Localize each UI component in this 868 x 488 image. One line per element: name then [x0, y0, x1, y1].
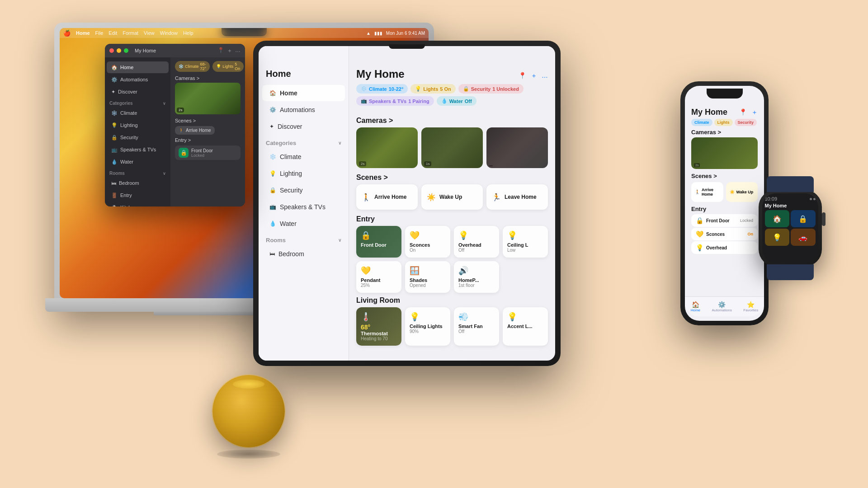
ipad-sidebar-bedroom[interactable]: 🛏 Bedroom — [262, 246, 345, 262]
ipad-sidebar-lighting[interactable]: 💡 Lighting — [262, 165, 345, 182]
climate-chip[interactable]: ❄️ Climate 68-72° — [175, 61, 210, 72]
ipad-thermostat[interactable]: 🌡️ 68° Thermostat Heating to 70 — [356, 307, 401, 346]
ipad-sconces[interactable]: 💛 Sconces On — [405, 226, 450, 258]
ipad-pin-icon[interactable]: 📍 — [519, 72, 526, 80]
ipad-climate-chip[interactable]: ❄️ Climate 10-22° — [356, 84, 408, 94]
ipad-wake-up-scene[interactable]: ☀️ Wake Up — [421, 184, 483, 210]
iphone-tab-favorites[interactable]: ⭐ Favorites — [743, 301, 758, 312]
sidebar-item-automations[interactable]: ⚙️ Automations — [107, 74, 169, 85]
ipad-sidebar-discover[interactable]: ✦ Discover — [262, 118, 345, 135]
ipad-security-chip[interactable]: 🔒 Security 1 Unlocked — [458, 84, 524, 94]
watch-lock-btn[interactable]: 🔒 — [791, 210, 816, 227]
ipad-living-ceiling[interactable]: 💡 Ceiling Lights 90% — [405, 307, 450, 346]
iphone-sconces[interactable]: 💛 Sconces On — [691, 228, 758, 240]
menu-file[interactable]: File — [95, 30, 104, 36]
iphone-camera-strip[interactable]: 2s — [691, 137, 758, 169]
sidebar-speakers-label: Speakers & TVs — [120, 147, 156, 152]
ipad-ceiling-lights[interactable]: 💡 Ceiling L Low — [503, 226, 548, 258]
sidebar-item-home[interactable]: 🏠 Home — [107, 61, 169, 73]
menu-help[interactable]: Help — [183, 30, 193, 36]
sidebar-item-bedroom[interactable]: 🛏 Bedroom — [107, 177, 169, 189]
ipad-cameras-label[interactable]: Cameras > — [356, 117, 548, 125]
homepod-top-glow — [233, 380, 264, 389]
iphone-front-door[interactable]: 🔒 Front Door Locked — [691, 214, 758, 227]
front-door-device[interactable]: 🔒 Front Door Locked — [175, 145, 241, 160]
iphone-scenes-label[interactable]: Scenes > — [685, 170, 764, 180]
sidebar-item-entry[interactable]: 🚪 Entry — [107, 189, 169, 201]
ipad-smart-fan[interactable]: 💨 Smart Fan Off — [454, 307, 499, 346]
shades-card-icon: 🪟 — [410, 266, 446, 276]
sidebar-item-security[interactable]: 🔒 Security — [107, 131, 169, 143]
apple-logo[interactable]: 🍎 — [63, 30, 71, 37]
arrive-home-scene[interactable]: 🚶 Arrive Home — [175, 126, 215, 135]
ipad-front-door[interactable]: 🔒 Front Door — [356, 226, 401, 258]
ipad-water-chip[interactable]: 💧 Water Off — [437, 96, 476, 106]
iphone-add-icon[interactable]: ＋ — [751, 108, 758, 117]
more-icon[interactable]: … — [235, 47, 241, 55]
iphone-lights-chip[interactable]: Lights — [714, 119, 733, 126]
ipad-leave-home-scene[interactable]: 🏃 Leave Home — [486, 184, 548, 210]
close-button[interactable] — [109, 48, 114, 53]
lights-chip[interactable]: 💡 Lights 5 On — [212, 61, 244, 72]
sidebar-item-water[interactable]: 💧 Water — [107, 156, 169, 168]
iphone-arrive-home[interactable]: 🚶 Arrive Home — [691, 182, 723, 202]
homepod-card-icon: 🔊 — [458, 266, 495, 276]
ipad-sidebar-climate[interactable]: ❄️ Climate — [262, 149, 345, 165]
mac-scenes-label[interactable]: Scenes > — [170, 116, 245, 125]
menu-view[interactable]: View — [144, 30, 155, 36]
sidebar-item-lighting[interactable]: 💡 Lighting — [107, 119, 169, 131]
rooms-chevron[interactable]: ∨ — [163, 171, 166, 176]
ipad-security-chip-sub: 1 Unlocked — [492, 86, 519, 92]
iphone-climate-chip[interactable]: Climate — [691, 119, 712, 126]
mac-entry-label[interactable]: Entry > — [170, 136, 245, 145]
ipad-categories-chevron[interactable]: ∨ — [338, 141, 341, 145]
ipad-sidebar-water[interactable]: 💧 Water — [262, 216, 345, 232]
watch-home-btn[interactable]: 🏠 — [765, 210, 790, 227]
ipad-sidebar-home[interactable]: 🏠 Home — [262, 85, 345, 101]
ipad-pendant[interactable]: 💛 Pendant 25% — [356, 261, 401, 293]
ipad-sidebar-speakers[interactable]: 📺 Speakers & TVs — [262, 199, 345, 215]
sidebar-item-speakers[interactable]: 📺 Speakers & TVs — [107, 144, 169, 155]
ipad-overhead[interactable]: 💡 Overhead Off — [454, 226, 499, 258]
ipad-shades[interactable]: 🪟 Shades Opened — [405, 261, 450, 293]
iphone-tab-home[interactable]: 🏠 Home — [691, 301, 700, 312]
menu-format[interactable]: Format — [123, 30, 138, 36]
ipad-camera-2[interactable]: 1s — [421, 127, 483, 168]
pin-icon[interactable]: 📍 — [217, 47, 224, 55]
sidebar-item-climate[interactable]: ❄️ Climate — [107, 107, 169, 119]
home-icon: 🏠 — [111, 65, 118, 70]
iphone-cameras-label[interactable]: Cameras > — [685, 126, 764, 136]
watch-light-btn[interactable]: 💡 — [765, 229, 790, 246]
menu-home[interactable]: Home — [76, 30, 90, 36]
ipad-more-icon[interactable]: … — [542, 72, 548, 80]
ipad-rooms-chevron[interactable]: ∨ — [338, 238, 341, 243]
ipad-accent-lights[interactable]: 💡 Accent L... — [503, 307, 548, 346]
iphone-overhead[interactable]: 💡 Overhead — [691, 241, 758, 254]
ipad-camera-1[interactable]: 2s — [356, 127, 418, 168]
menu-window[interactable]: Window — [160, 30, 178, 36]
ipad-sidebar-security[interactable]: 🔒 Security — [262, 182, 345, 198]
minimize-button[interactable] — [117, 48, 121, 53]
sconces-card-status: On — [410, 248, 446, 253]
sidebar-item-kitchen[interactable]: 🍳 Kitchen — [107, 202, 169, 206]
ipad-homepod[interactable]: 🔊 HomeP... 1st floor — [454, 261, 499, 293]
add-icon[interactable]: ＋ — [227, 47, 232, 55]
ipad-speakers-chip[interactable]: 📺 Speakers & TVs 1 Pairing — [356, 96, 434, 106]
fullscreen-button[interactable] — [124, 48, 128, 53]
watch-garage-btn[interactable]: 🚗 — [791, 229, 816, 246]
categories-chevron[interactable]: ∨ — [163, 101, 166, 106]
sidebar-item-discover[interactable]: ✦ Discover — [107, 86, 169, 98]
ipad-arrive-home-scene[interactable]: 🚶 Arrive Home — [356, 184, 418, 210]
ceiling-card-name: Ceiling L — [507, 242, 543, 248]
mac-cameras-label[interactable]: Cameras > — [170, 74, 245, 83]
ipad-scenes-label[interactable]: Scenes > — [356, 174, 548, 182]
ipad-camera-3[interactable] — [486, 127, 548, 168]
iphone-security-chip[interactable]: Security — [735, 119, 757, 126]
iphone-tab-automations[interactable]: ⚙️ Automations — [712, 301, 731, 312]
ipad-sidebar-automations[interactable]: ⚙️ Automations — [262, 102, 345, 118]
ipad-add-icon[interactable]: ＋ — [531, 72, 537, 80]
menu-edit[interactable]: Edit — [108, 30, 117, 36]
ipad-lights-chip[interactable]: 💡 Lights 5 On — [410, 84, 455, 94]
security-icon: 🔒 — [111, 135, 118, 141]
iphone-pin-icon[interactable]: 📍 — [739, 108, 747, 117]
